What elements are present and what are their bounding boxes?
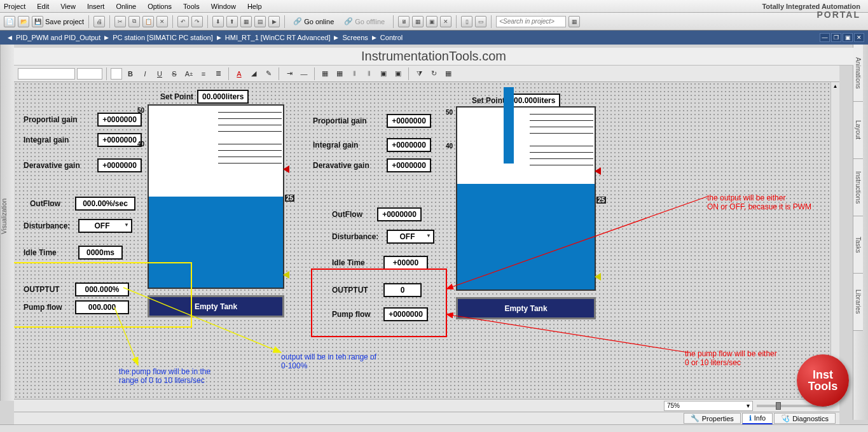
- bg-color-swatch[interactable]: [111, 68, 122, 80]
- setpoint-field-right[interactable]: 00.000liters: [509, 94, 560, 108]
- dist-dropdown-right[interactable]: OFF: [387, 230, 434, 244]
- tab-libraries[interactable]: Libraries: [853, 274, 863, 331]
- paste-icon[interactable]: 📋: [142, 16, 154, 27]
- mirror-icon[interactable]: ▦: [442, 67, 455, 80]
- crumb-screens[interactable]: Screens: [342, 34, 368, 41]
- idle-field-right[interactable]: +00000: [383, 256, 428, 270]
- print-icon[interactable]: 🖨: [93, 16, 105, 27]
- align-top-icon[interactable]: ⇥: [283, 67, 296, 80]
- close-x-icon[interactable]: ✕: [440, 16, 451, 27]
- tab-diagnostics[interactable]: 🩺 Diagnostics: [774, 413, 836, 424]
- menu-edit[interactable]: Edit: [37, 3, 49, 10]
- italic-button[interactable]: I: [139, 67, 151, 80]
- menu-window[interactable]: Window: [211, 3, 236, 10]
- search-input[interactable]: [496, 16, 566, 27]
- go-offline-label: Go offline: [355, 18, 385, 25]
- tab-instructions[interactable]: Instructions: [853, 159, 863, 216]
- font-color-button[interactable]: A: [233, 67, 245, 80]
- bold-button[interactable]: B: [124, 67, 137, 80]
- igain-field-left[interactable]: +0000000: [97, 133, 142, 147]
- line-style-button[interactable]: ✎: [262, 67, 275, 80]
- ungroup-icon[interactable]: ▣: [392, 67, 404, 80]
- igain-field-right[interactable]: +0000000: [387, 138, 431, 152]
- new-doc-icon[interactable]: 📄: [4, 16, 15, 27]
- canvas-scrollbar-v[interactable]: ▲: [830, 82, 839, 399]
- menu-online[interactable]: Online: [116, 3, 136, 10]
- hmi-canvas[interactable]: Set Point 00.000liters Proportial gain +…: [14, 82, 839, 399]
- tab-animations[interactable]: Animations: [853, 45, 863, 102]
- strike-button[interactable]: S: [168, 67, 181, 80]
- zoom-slider-thumb[interactable]: [776, 402, 781, 410]
- pgain-field-left[interactable]: +0000000: [97, 113, 142, 127]
- crumb-pc[interactable]: PC station [SIMATIC PC station]: [113, 34, 213, 41]
- dgain-field-left[interactable]: +0000000: [97, 158, 142, 172]
- outflow-field-right[interactable]: +0000000: [377, 207, 422, 221]
- font-size-select[interactable]: [77, 68, 102, 80]
- close-button[interactable]: ✕: [854, 33, 864, 42]
- open-icon[interactable]: 📂: [18, 16, 29, 27]
- svg-line-1: [446, 314, 688, 352]
- run-icon[interactable]: ▶: [268, 16, 280, 27]
- search-go-icon[interactable]: ▦: [568, 16, 580, 27]
- save-project-button[interactable]: 💾 Save project: [32, 16, 84, 27]
- dist-dropdown-left[interactable]: OFF: [78, 219, 132, 233]
- fill-color-button[interactable]: ◢: [247, 67, 260, 80]
- upload-icon[interactable]: ⬆: [226, 16, 238, 27]
- badge-line1: Inst: [813, 369, 833, 380]
- pgain-field-right[interactable]: +0000000: [387, 114, 431, 128]
- tab-tasks[interactable]: Tasks: [853, 216, 863, 274]
- tab-properties[interactable]: 🔧 Properties: [684, 413, 741, 424]
- superscript-button[interactable]: A±: [183, 67, 195, 80]
- menu-tools[interactable]: Tools: [183, 3, 200, 10]
- idle-field-left[interactable]: 0000ms: [78, 246, 123, 260]
- chip-icon[interactable]: ▣: [426, 16, 437, 27]
- distribute-h-icon[interactable]: ⫴: [348, 67, 361, 80]
- go-offline-button[interactable]: 🔗 Go offline: [340, 17, 389, 26]
- delete-icon[interactable]: ✕: [156, 16, 168, 27]
- menu-help[interactable]: Help: [247, 3, 262, 10]
- zoom-select[interactable]: 75% ▾: [664, 401, 753, 411]
- download-icon[interactable]: ⬇: [212, 16, 224, 27]
- crumb-root[interactable]: PID_PWM and PID_Output: [16, 34, 100, 41]
- font-family-select[interactable]: [18, 68, 75, 80]
- tab-layout[interactable]: Layout: [853, 102, 863, 159]
- menu-project[interactable]: Project: [4, 3, 25, 10]
- arrange-front-icon[interactable]: ▦: [319, 67, 331, 80]
- menu-options[interactable]: Options: [148, 3, 172, 10]
- copy-icon[interactable]: ⧉: [128, 16, 140, 27]
- menu-view[interactable]: View: [60, 3, 76, 10]
- go-online-button[interactable]: 🔗 Go online: [289, 17, 338, 26]
- cut-icon[interactable]: ✂: [114, 16, 126, 27]
- menu-insert[interactable]: Insert: [87, 3, 105, 10]
- tile-h-icon[interactable]: ▯: [461, 16, 472, 27]
- left-rail[interactable]: Visualization: [0, 45, 14, 401]
- align-mid-icon[interactable]: —: [298, 67, 310, 80]
- outflow-field-left[interactable]: 000.00%/sec: [75, 197, 135, 211]
- crumb-control[interactable]: Control: [380, 34, 403, 41]
- rotate-icon[interactable]: ↻: [427, 67, 440, 80]
- restore-button[interactable]: ❐: [831, 33, 841, 42]
- align-center-icon[interactable]: ≣: [212, 67, 224, 80]
- filter-icon[interactable]: ⧩: [413, 67, 425, 80]
- dgain-field-right[interactable]: +0000000: [387, 158, 431, 172]
- group-icon[interactable]: ▣: [377, 67, 390, 80]
- distribute-v-icon[interactable]: ⫴: [362, 67, 375, 80]
- minimize-button[interactable]: —: [820, 33, 830, 42]
- arrange-back-icon[interactable]: ▦: [333, 67, 346, 80]
- float-button[interactable]: ▣: [843, 33, 853, 42]
- hmi-icon[interactable]: 🖥: [398, 16, 410, 27]
- empty-tank-button-right[interactable]: Empty Tank: [456, 297, 596, 319]
- crumb-hmi[interactable]: HMI_RT_1 [WinCC RT Advanced]: [225, 34, 331, 41]
- underline-button[interactable]: U: [153, 67, 166, 80]
- board-icon[interactable]: ▦: [412, 16, 424, 27]
- tile-v-icon[interactable]: ▭: [475, 16, 486, 27]
- crumb-prev-icon[interactable]: ◀: [8, 34, 12, 41]
- sim-icon[interactable]: ▤: [254, 16, 266, 27]
- setpoint-field-left[interactable]: 00.000liters: [197, 90, 249, 104]
- redo-icon[interactable]: ↷: [191, 16, 203, 27]
- device-icon[interactable]: ▦: [240, 16, 252, 27]
- tank-left-marker-yellow: [283, 271, 289, 279]
- undo-icon[interactable]: ↶: [177, 16, 189, 27]
- align-left-icon[interactable]: ≡: [197, 67, 210, 80]
- tab-info[interactable]: ℹ Info: [742, 413, 773, 424]
